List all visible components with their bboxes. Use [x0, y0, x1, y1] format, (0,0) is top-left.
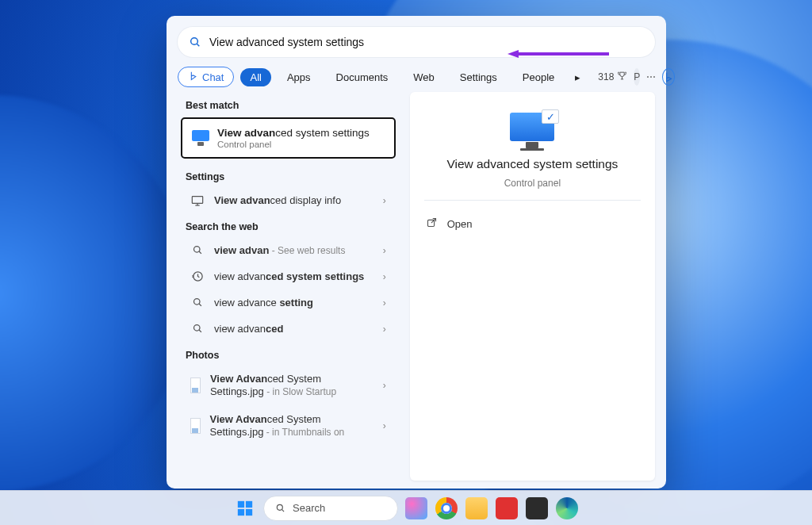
best-match-card[interactable]: View advanced system settings Control pa…	[181, 117, 396, 159]
result-text: View advanced display info	[214, 194, 341, 206]
image-file-icon	[190, 418, 201, 434]
search-box[interactable]	[178, 27, 655, 57]
chevron-right-icon: ›	[383, 324, 386, 335]
system-settings-icon	[192, 130, 209, 146]
search-icon	[189, 36, 201, 48]
chat-chip[interactable]: Chat	[178, 67, 234, 87]
filter-all[interactable]: All	[240, 68, 270, 86]
web-result[interactable]: view advan - See web results ›	[181, 237, 396, 263]
start-search-panel: Chat All Apps Documents Web Settings Peo…	[167, 16, 666, 489]
web-result[interactable]: view advanced ›	[181, 316, 396, 342]
results-left-column: Best match View advanced system settings…	[178, 92, 399, 481]
chevron-right-icon: ›	[383, 271, 386, 282]
svg-line-1	[197, 44, 199, 46]
search-icon	[190, 244, 205, 256]
result-text: view advan - See web results	[214, 244, 345, 256]
settings-result[interactable]: View advanced display info ›	[181, 187, 396, 213]
svg-line-8	[199, 251, 201, 254]
section-photos: Photos	[178, 342, 399, 366]
preview-pane: ✓ View advanced system settings Control …	[410, 92, 655, 481]
filter-people[interactable]: People	[513, 68, 564, 86]
history-icon	[190, 270, 205, 282]
result-text: View Advanced System Settings.jpg - in T…	[210, 413, 373, 439]
chevron-right-icon: ›	[383, 297, 386, 308]
start-button[interactable]	[233, 496, 257, 520]
taskbar-search[interactable]: Search	[263, 496, 398, 521]
trophy-icon	[617, 71, 627, 83]
divider	[424, 200, 641, 201]
svg-point-18	[277, 504, 282, 510]
rewards-points[interactable]: 318	[598, 71, 627, 83]
svg-line-19	[282, 509, 284, 512]
search-icon	[190, 297, 205, 308]
result-text: View Advanced System Settings.jpg - in S…	[210, 373, 373, 399]
filter-apps[interactable]: Apps	[278, 68, 320, 86]
preview-subtitle: Control panel	[504, 178, 561, 189]
image-file-icon	[190, 377, 201, 393]
svg-rect-14	[238, 500, 244, 507]
filter-web[interactable]: Web	[404, 68, 444, 86]
chevron-right-icon: ›	[383, 195, 386, 206]
preview-system-icon: ✓	[510, 113, 554, 151]
chevron-right-icon: ›	[383, 245, 386, 256]
svg-point-0	[191, 38, 198, 45]
taskbar-chrome[interactable]	[435, 496, 458, 520]
svg-rect-4	[192, 196, 202, 203]
svg-line-12	[199, 330, 201, 332]
svg-line-10	[199, 304, 201, 306]
best-match-title: View advanced system settings	[217, 127, 370, 139]
photo-result[interactable]: View Advanced System Settings.jpg - in S…	[181, 366, 396, 406]
result-text: view advance setting	[214, 297, 313, 308]
section-settings: Settings	[178, 163, 399, 187]
taskbar-edge[interactable]	[555, 496, 579, 520]
taskbar-app-red[interactable]	[495, 496, 519, 520]
taskbar: Search	[0, 490, 812, 525]
taskbar-explorer[interactable]	[465, 496, 488, 520]
filter-more[interactable]: ▸	[570, 68, 585, 86]
svg-point-9	[193, 299, 200, 305]
svg-point-7	[193, 247, 200, 253]
filter-row: Chat All Apps Documents Web Settings Peo…	[178, 67, 655, 87]
filter-settings[interactable]: Settings	[450, 68, 507, 86]
result-text: view advanced	[214, 323, 283, 335]
result-text: view advanced system settings	[214, 270, 364, 282]
best-match-subtitle: Control panel	[217, 140, 370, 149]
chevron-right-icon: ›	[383, 380, 386, 391]
photo-result[interactable]: View Advanced System Settings.jpg - in T…	[181, 406, 396, 446]
web-result[interactable]: view advance setting ›	[181, 289, 396, 316]
open-action[interactable]: Open	[424, 212, 641, 236]
chevron-right-icon: ›	[383, 420, 386, 431]
search-input[interactable]	[209, 36, 644, 48]
svg-rect-17	[246, 508, 252, 515]
section-best-match: Best match	[178, 92, 399, 116]
more-icon[interactable]: ⋯	[646, 68, 656, 86]
preview-title: View advanced system settings	[446, 157, 618, 171]
svg-point-11	[193, 325, 200, 331]
open-label: Open	[447, 218, 473, 230]
svg-rect-15	[246, 500, 252, 507]
taskbar-copilot[interactable]	[404, 496, 428, 520]
chat-label: Chat	[202, 71, 224, 83]
display-icon	[190, 195, 205, 206]
svg-rect-16	[238, 508, 244, 515]
web-result[interactable]: view advanced system settings ›	[181, 263, 396, 289]
filter-documents[interactable]: Documents	[327, 68, 398, 86]
taskbar-app-dark[interactable]	[525, 496, 549, 520]
search-icon	[190, 323, 205, 335]
taskbar-search-placeholder: Search	[293, 502, 325, 514]
section-web: Search the web	[178, 213, 399, 237]
profile-badge[interactable]: P	[634, 68, 640, 86]
open-icon	[426, 217, 438, 231]
bing-chat-icon	[188, 71, 198, 83]
